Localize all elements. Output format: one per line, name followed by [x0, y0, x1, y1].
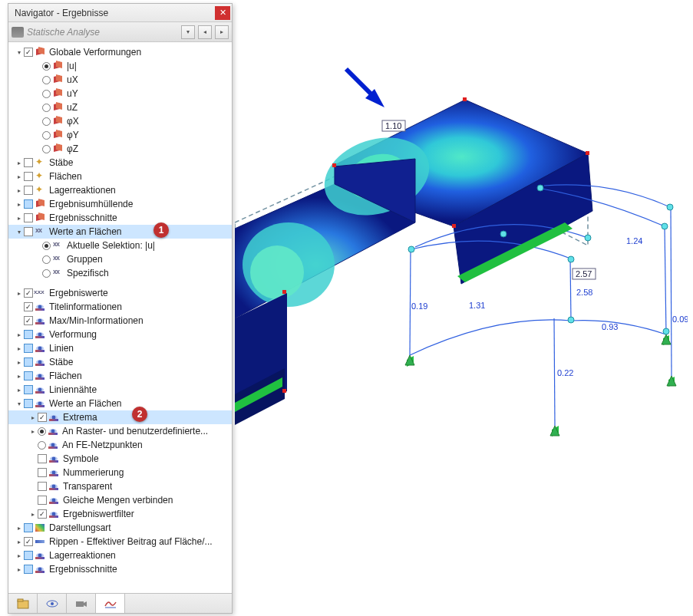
expander-icon[interactable]: ▸	[15, 357, 24, 367]
checkbox[interactable]	[24, 399, 33, 408]
tree-item-uz[interactable]: uZ	[8, 100, 232, 114]
analysis-type-label[interactable]: Statische Analyse	[27, 27, 178, 38]
tree-item-globale-verformungen[interactable]: ▾ ✓ Globale Verformungen	[8, 45, 232, 59]
expander-icon[interactable]: ▸	[28, 427, 38, 436]
expander-icon[interactable]: ▾	[15, 399, 24, 408]
dropdown-button[interactable]: ▾	[181, 25, 195, 39]
tree-item-aktuelle-selektion[interactable]: Aktuelle Selektion: |u|	[8, 239, 232, 252]
tree-item-linien[interactable]: ▸ Linien	[8, 341, 232, 355]
tree-item-ergebniswerte[interactable]: ▸ ✓ Ergebniswerte	[8, 286, 232, 300]
tree-item-ergebnisschnitte[interactable]: ▸ Ergebnisschnitte	[8, 211, 232, 225]
tree-item-phix[interactable]: φX	[8, 114, 232, 128]
tree-item-phiz[interactable]: φZ	[8, 142, 232, 156]
checkbox[interactable]	[38, 482, 47, 491]
tab-project[interactable]	[8, 594, 38, 613]
tree-item-werte-an-flaechen[interactable]: ▾ Werte an Flächen	[8, 225, 232, 239]
checkbox[interactable]	[24, 565, 33, 574]
checkbox[interactable]	[24, 344, 33, 353]
tree-item-an-raster[interactable]: ▸ An Raster- und benutzerdefinierte...	[8, 424, 232, 438]
checkbox[interactable]	[24, 371, 33, 380]
tree-item-ergebnisschnitte2[interactable]: ▸ Ergebnisschnitte	[8, 562, 232, 576]
tree-item-an-fe[interactable]: An FE-Netzpunkten	[8, 438, 232, 452]
radio[interactable]	[42, 242, 51, 250]
tree-item-flaechen[interactable]: ▸ Flächen	[8, 170, 232, 183]
next-button[interactable]: ▸	[215, 25, 229, 39]
tree-item-spezifisch[interactable]: Spezifisch	[8, 266, 232, 280]
checkbox[interactable]	[24, 213, 33, 222]
checkbox[interactable]: ✓	[24, 316, 33, 325]
tree-item-u[interactable]: |u|	[8, 59, 232, 73]
expander-icon[interactable]: ▸	[15, 288, 24, 298]
tree-item-symbole[interactable]: Symbole	[8, 452, 232, 466]
checkbox[interactable]	[24, 523, 33, 532]
checkbox[interactable]	[24, 357, 33, 367]
expander-icon[interactable]: ▾	[15, 227, 24, 236]
tree-item-werte-an-flaechen2[interactable]: ▾ Werte an Flächen	[8, 397, 232, 410]
expander-icon[interactable]: ▸	[28, 413, 38, 422]
checkbox[interactable]	[38, 454, 47, 463]
expander-icon[interactable]: ▸	[15, 186, 24, 195]
close-button[interactable]: ✕	[215, 6, 230, 20]
checkbox[interactable]	[24, 172, 33, 181]
radio[interactable]	[42, 117, 51, 126]
tree-item-darstellungsart[interactable]: ▸ Darstellungsart	[8, 521, 232, 535]
tree-item-nummerierung[interactable]: Nummerierung	[8, 466, 232, 479]
tree-item-transparent[interactable]: Transparent	[8, 479, 232, 493]
radio[interactable]	[38, 441, 46, 450]
3d-viewport[interactable]: 1.10 1.24 2.57 2.58 0.19 1.31 0.93 0.09 …	[235, 46, 688, 468]
expander-icon[interactable]: ▸	[15, 213, 24, 222]
radio[interactable]	[38, 427, 46, 436]
checkbox[interactable]	[24, 385, 33, 394]
expander-icon[interactable]: ▸	[15, 385, 24, 394]
checkbox[interactable]: ✓	[24, 288, 33, 298]
tree-item-lagerreaktionen2[interactable]: ▸ Lagerreaktionen	[8, 548, 232, 562]
tree-item-titelinformationen[interactable]: ✓ Titelinformationen	[8, 300, 232, 314]
tree-item-lagerreaktionen[interactable]: ▸ Lagerreaktionen	[8, 183, 232, 197]
tree-item-verformung[interactable]: ▸ Verformung	[8, 328, 232, 341]
tab-views[interactable]	[67, 594, 96, 613]
radio[interactable]	[42, 90, 51, 98]
radio[interactable]	[42, 269, 51, 278]
tree-item-ergebniswertfilter[interactable]: ▸ ✓ Ergebniswertfilter	[8, 507, 232, 521]
tree-item-gruppen[interactable]: Gruppen	[8, 252, 232, 266]
expander-icon[interactable]: ▸	[15, 199, 24, 209]
tab-results[interactable]	[96, 594, 125, 613]
radio[interactable]	[42, 145, 51, 153]
tree-item-maxmin[interactable]: ✓ Max/Min-Informationen	[8, 314, 232, 328]
checkbox[interactable]	[24, 158, 33, 167]
expander-icon[interactable]: ▸	[15, 158, 24, 167]
radio[interactable]	[42, 131, 51, 140]
checkbox[interactable]: ✓	[24, 48, 33, 57]
checkbox[interactable]	[24, 199, 33, 209]
expander-icon[interactable]: ▸	[15, 551, 24, 560]
tree-item-phiy[interactable]: φY	[8, 128, 232, 142]
checkbox[interactable]	[24, 186, 33, 195]
tree-item-uy[interactable]: uY	[8, 87, 232, 100]
checkbox[interactable]: ✓	[24, 537, 33, 546]
expander-icon[interactable]: ▸	[15, 330, 24, 339]
checkbox[interactable]: ✓	[24, 302, 33, 311]
tree-item-rippen[interactable]: ▸ ✓ Rippen - Effektiver Beitrag auf Fläc…	[8, 535, 232, 548]
expander-icon[interactable]: ▸	[15, 344, 24, 353]
prev-button[interactable]: ◂	[198, 25, 212, 39]
checkbox[interactable]	[24, 551, 33, 560]
checkbox[interactable]	[38, 496, 47, 505]
tree-item-ergebnisumhuellende[interactable]: ▸ Ergebnisumhüllende	[8, 197, 232, 211]
checkbox[interactable]	[24, 227, 33, 236]
tree-item-extrema[interactable]: ▸ ✓ Extrema	[8, 410, 232, 424]
tree-item-staebe2[interactable]: ▸ Stäbe	[8, 355, 232, 369]
tree-item-liniennaehte[interactable]: ▸ Liniennähte	[8, 383, 232, 397]
radio[interactable]	[42, 255, 51, 264]
expander-icon[interactable]: ▸	[15, 537, 24, 546]
tree-item-flaechen2[interactable]: ▸ Flächen	[8, 369, 232, 383]
expander-icon[interactable]: ▸	[15, 565, 24, 574]
tree-item-ux[interactable]: uX	[8, 73, 232, 87]
expander-icon[interactable]: ▾	[15, 48, 24, 57]
results-tree[interactable]: ▾ ✓ Globale Verformungen |u| uX uY	[8, 42, 232, 593]
checkbox[interactable]: ✓	[38, 413, 47, 422]
radio[interactable]	[42, 104, 51, 112]
radio[interactable]	[42, 62, 51, 71]
radio[interactable]	[42, 76, 51, 84]
expander-icon[interactable]: ▸	[15, 523, 24, 532]
tree-item-staebe[interactable]: ▸ Stäbe	[8, 156, 232, 170]
